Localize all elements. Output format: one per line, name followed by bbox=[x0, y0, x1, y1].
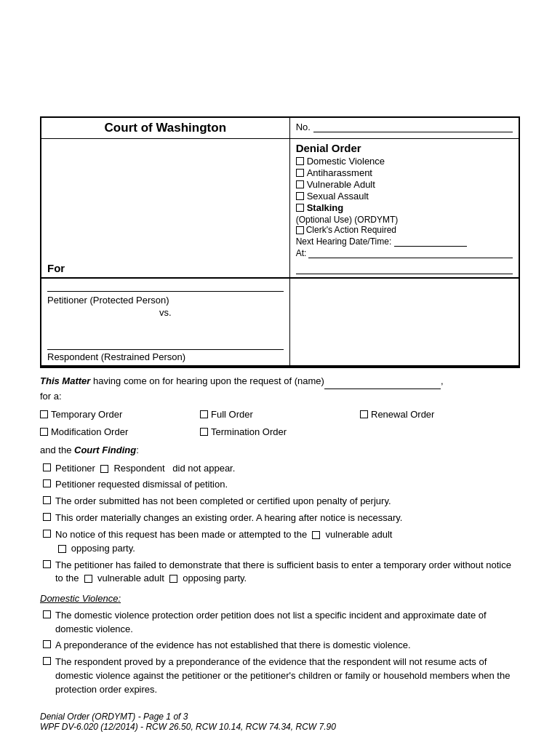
right-cell-spacer bbox=[289, 279, 519, 367]
finding-6-checkbox[interactable] bbox=[43, 560, 51, 568]
dv-heading: Domestic Violence: bbox=[40, 591, 520, 606]
court-finding-suffix: : bbox=[136, 445, 139, 455]
finding-item-1: Petitioner Respondent did not appear. bbox=[43, 462, 520, 476]
no-line: No. bbox=[296, 121, 513, 132]
finding-5-text: No notice of this request has been made … bbox=[55, 528, 520, 556]
respondent-line bbox=[47, 340, 284, 350]
finding-item-3: The order submitted has not been complet… bbox=[43, 495, 520, 509]
petitioner-line bbox=[47, 282, 284, 292]
opposing-party-basis-checkbox[interactable] bbox=[169, 575, 177, 583]
renewal-order-label: Renewal Order bbox=[371, 407, 434, 422]
finding-1-text: Petitioner Respondent did not appear. bbox=[55, 462, 520, 476]
opposing-party-notice-checkbox[interactable] bbox=[58, 545, 66, 553]
order-type-temporary: Temporary Order bbox=[40, 407, 200, 422]
dv-heading-text: Domestic Violence: bbox=[40, 593, 121, 604]
finding-4-text: This order materially changes an existin… bbox=[55, 511, 520, 525]
finding-item-2: Petitioner requested dismissal of petiti… bbox=[43, 478, 520, 492]
court-title: Court of Washington bbox=[47, 121, 284, 135]
vulnerable-adult-label: Vulnerable Adult bbox=[307, 179, 375, 190]
court-finding-line: and the Court Finding: bbox=[40, 443, 520, 458]
vulnerable-adult-notice-checkbox[interactable] bbox=[312, 531, 320, 539]
dv-label: Domestic Violence bbox=[307, 156, 385, 167]
finding-item-4: This order materially changes an existin… bbox=[43, 511, 520, 525]
dv-finding-2-checkbox[interactable] bbox=[43, 640, 51, 648]
vs-label: vs. bbox=[47, 307, 284, 318]
footer-line2: WPF DV-6.020 (12/2014) - RCW 26.50, RCW … bbox=[40, 722, 520, 732]
temporary-order-label: Temporary Order bbox=[51, 407, 122, 422]
full-order-checkbox[interactable] bbox=[200, 410, 208, 418]
header-table: Court of Washington No. For Denial Order… bbox=[40, 116, 520, 279]
next-hearing: Next Hearing Date/Time: bbox=[296, 236, 513, 247]
dv-findings-list: The domestic violence protection order p… bbox=[43, 609, 520, 697]
temporary-order-checkbox[interactable] bbox=[40, 410, 48, 418]
this-matter-text: having come on for hearing upon the requ… bbox=[90, 375, 324, 386]
bottom-line bbox=[296, 264, 513, 274]
sexual-assault-checkbox[interactable] bbox=[296, 192, 304, 200]
finding-2-checkbox[interactable] bbox=[43, 479, 51, 487]
antiharassment-checkbox[interactable] bbox=[296, 169, 304, 177]
next-hearing-line bbox=[394, 236, 467, 247]
order-types-grid: Temporary Order Full Order Renewal Order… bbox=[40, 407, 520, 439]
sexual-assault-checkbox-row: Sexual Assault bbox=[296, 191, 513, 202]
stalking-checkbox[interactable] bbox=[296, 204, 304, 212]
vulnerable-adult-checkbox[interactable] bbox=[296, 180, 304, 188]
dv-finding-1: The domestic violence protection order p… bbox=[43, 609, 520, 637]
no-underline bbox=[313, 121, 513, 132]
dv-finding-3-checkbox[interactable] bbox=[43, 657, 51, 665]
antiharassment-label: Antiharassment bbox=[307, 167, 372, 178]
court-finding-prefix: and the bbox=[40, 445, 74, 455]
vulnerable-adult-checkbox-row: Vulnerable Adult bbox=[296, 179, 513, 190]
dv-finding-2: A preponderance of the evidence has not … bbox=[43, 639, 520, 653]
at-line: At: bbox=[296, 248, 513, 258]
optional-use: (Optional Use) (ORDYMT) bbox=[296, 215, 513, 225]
this-matter-para: This Matter having come on for hearing u… bbox=[40, 374, 520, 403]
petitioner-cell: Petitioner (Protected Person) vs. Respon… bbox=[41, 279, 289, 367]
dv-finding-3-text: The respondent proved by a preponderance… bbox=[55, 656, 520, 697]
clerks-action-row: Clerk's Action Required bbox=[296, 225, 513, 235]
dv-finding-1-checkbox[interactable] bbox=[43, 610, 51, 618]
vulnerable-adult-basis-checkbox[interactable] bbox=[84, 575, 92, 583]
this-matter-bold: This Matter bbox=[40, 375, 90, 386]
finding-item-6: The petitioner has failed to demonstrate… bbox=[43, 559, 520, 586]
antiharassment-checkbox-row: Antiharassment bbox=[296, 167, 513, 178]
dv-finding-2-text: A preponderance of the evidence has not … bbox=[55, 639, 520, 653]
stalking-label: Stalking bbox=[307, 202, 344, 213]
dv-finding-1-text: The domestic violence protection order p… bbox=[55, 609, 520, 637]
order-type-termination: Termination Order bbox=[200, 425, 360, 439]
petitioner-label: Petitioner (Protected Person) bbox=[47, 295, 284, 306]
dv-checkbox-row: Domestic Violence bbox=[296, 156, 513, 167]
clerks-action-checkbox[interactable] bbox=[296, 226, 304, 234]
body-content: This Matter having come on for hearing u… bbox=[40, 374, 520, 697]
for-a-text: for a: bbox=[40, 391, 62, 402]
finding-6-text: The petitioner has failed to demonstrate… bbox=[55, 559, 520, 586]
finding-1-checkbox[interactable] bbox=[43, 463, 51, 471]
order-type-full: Full Order bbox=[200, 407, 360, 422]
dv-checkbox[interactable] bbox=[296, 157, 304, 165]
order-type-modification: Modification Order bbox=[40, 425, 200, 439]
respondent-label: Respondent (Restrained Person) bbox=[47, 351, 284, 362]
finding-4-checkbox[interactable] bbox=[43, 513, 51, 521]
renewal-order-checkbox[interactable] bbox=[360, 410, 368, 418]
finding-3-checkbox[interactable] bbox=[43, 496, 51, 504]
finding-2-text: Petitioner requested dismissal of petiti… bbox=[55, 478, 520, 492]
court-finding-bold: Court Finding bbox=[74, 445, 136, 455]
modification-order-checkbox[interactable] bbox=[40, 428, 48, 436]
termination-order-checkbox[interactable] bbox=[200, 428, 208, 436]
order-type-renewal: Renewal Order bbox=[360, 407, 520, 422]
no-label: No. bbox=[296, 121, 311, 132]
finding-3-text: The order submitted has not been complet… bbox=[55, 495, 520, 509]
finding-5-checkbox[interactable] bbox=[43, 530, 51, 538]
dv-finding-3: The respondent proved by a preponderance… bbox=[43, 656, 520, 697]
petitioner-appeared-checkbox[interactable] bbox=[100, 465, 108, 473]
for-label: For bbox=[47, 262, 284, 274]
party-table: Petitioner (Protected Person) vs. Respon… bbox=[40, 279, 520, 368]
findings-list: Petitioner Respondent did not appear. Pe… bbox=[43, 462, 520, 586]
modification-order-label: Modification Order bbox=[51, 425, 128, 439]
footer: Denial Order (ORDYMT) - Page 1 of 3 WPF … bbox=[40, 712, 520, 732]
termination-order-label: Termination Order bbox=[211, 425, 287, 439]
clerks-action-label: Clerk's Action Required bbox=[306, 225, 396, 235]
finding-item-5: No notice of this request has been made … bbox=[43, 528, 520, 556]
stalking-checkbox-row: Stalking bbox=[296, 202, 513, 213]
at-underline bbox=[308, 248, 513, 258]
footer-line1: Denial Order (ORDYMT) - Page 1 of 3 bbox=[40, 712, 520, 722]
